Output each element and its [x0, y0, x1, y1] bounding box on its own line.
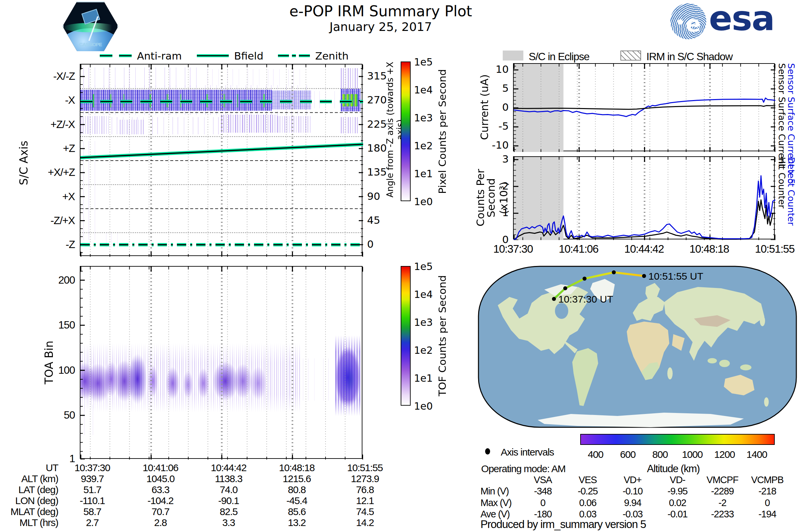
legend-antiram-label: Anti-ram	[137, 50, 182, 62]
alt-cbar-tick-5: 1400	[740, 450, 773, 459]
pixel-cbar-tick-2: 1e3	[414, 113, 433, 123]
ephemeris-cell: 51.7	[58, 485, 126, 495]
sc-band-label-2: +Z/-X	[32, 119, 75, 130]
sc-axis-spectrogram	[80, 64, 362, 256]
ephemeris-cell: 2.8	[126, 518, 194, 528]
voltage-cell: -348	[520, 486, 565, 496]
alt-cbar-title: Altitude (km)	[627, 463, 720, 475]
toa-ylabel: TOA Bin	[42, 329, 56, 396]
voltage-cell: -2289	[700, 486, 745, 496]
hudson-bay	[555, 303, 568, 319]
voltage-row-label: Max (V)	[480, 498, 520, 508]
ephemeris-cell: 58.7	[58, 507, 126, 517]
voltage-col-header: VD+	[610, 475, 655, 485]
toa-ytick-1: 150	[40, 320, 75, 330]
rt-xtick-1: 10:41:06	[545, 243, 612, 254]
world-map-svg: 10:37:30 UT 10:51:55 UT	[478, 264, 797, 430]
legend-shadow-swatch	[621, 51, 641, 60]
counts-ytick-2: 2	[484, 181, 509, 191]
ephemeris-cell: -45.4	[263, 496, 331, 506]
voltage-row-label: Min (V)	[480, 486, 520, 496]
cassiope-mission-patch: CASSIOPE	[62, 1, 118, 51]
ephemeris-cell: 74.0	[194, 485, 263, 495]
counts-right-label-blue: Detect Counter	[786, 157, 796, 226]
voltage-cell: -0.25	[565, 486, 610, 496]
rt-xtick-4: 10:51:55	[741, 243, 798, 254]
legend-eclipse-label: S/C in Eclipse	[529, 51, 589, 63]
pixel-cbar-title: Pixel Counts per Second	[436, 61, 448, 201]
current-right-label-black: Sensor Surface Current	[777, 63, 787, 168]
voltage-col-header: VES	[565, 475, 610, 485]
ephemeris-cell: 13.2	[263, 518, 331, 528]
ephemeris-row-label: LAT (deg)	[8, 485, 58, 495]
track-point-2	[583, 277, 587, 281]
sc-band-label-1: -X	[32, 95, 75, 106]
sc-right-tick-3: 180	[367, 143, 387, 153]
current-ytick-5: 5	[477, 83, 509, 93]
ephemeris-cell: 10:37:30	[58, 463, 126, 473]
track-point-1	[563, 286, 567, 290]
patch-aurora	[63, 23, 117, 32]
counts-plot-svg	[514, 157, 775, 240]
sc-band-label-4: +X/+Z	[32, 167, 75, 177]
counts-ytick-1: 1	[484, 208, 509, 218]
voltage-cell: 0.02	[655, 498, 700, 508]
legend-shadow-label: IRM in S/C Shadow	[646, 51, 733, 63]
continent-antarctica	[538, 413, 744, 427]
irm-summary-page: CASSIOPE e-POP IRM Summary Plot January …	[0, 0, 798, 532]
track-end-label: 10:51:55 UT	[648, 271, 703, 282]
ephemeris-cell: 63.3	[126, 485, 194, 495]
ephemeris-cell: 939.7	[58, 474, 126, 484]
island-sumatra	[707, 358, 717, 363]
voltage-cell: -9.95	[655, 486, 700, 496]
tof-cbar-tick-5: 1e0	[414, 401, 433, 411]
axis-intervals-dot-icon	[485, 448, 490, 455]
ephemeris-row-label: MLT (hrs)	[8, 518, 58, 528]
ephemeris-cell: 10:41:06	[126, 463, 194, 473]
legend-bfield-line-core	[197, 55, 229, 56]
legend-antiram-line-core	[100, 55, 132, 56]
sc-axis-overlay-svg	[80, 64, 363, 257]
island-japan	[760, 316, 765, 326]
sc-band-label-5: +X	[32, 191, 75, 202]
ephemeris-row-label: UT	[8, 463, 58, 473]
ephemeris-cell: 76.8	[331, 485, 399, 495]
pixel-cbar-tick-0: 1e5	[414, 57, 433, 67]
madagascar	[667, 367, 673, 379]
voltage-cell: -0.01	[655, 509, 700, 519]
ephemeris-cell: 1273.9	[331, 474, 399, 484]
counts-plot	[513, 156, 775, 240]
alt-cbar-tick-0: 400	[579, 450, 612, 459]
tof-colorbar	[401, 266, 411, 406]
produced-by-label: Produced by irm_summary version 5	[480, 518, 646, 531]
ephemeris-cell: 2.7	[58, 518, 126, 528]
pixel-cbar-tick-4: 1e1	[414, 169, 433, 179]
esa-globe-e: e	[686, 11, 701, 37]
toa-spectrogram	[80, 266, 362, 459]
current-ytick-10: 10	[477, 64, 509, 75]
sc-right-tick-5: 90	[367, 191, 380, 202]
voltage-corner	[480, 475, 520, 485]
ephemeris-cell: 1215.6	[263, 474, 331, 484]
sc-band-label-3: +Z	[32, 143, 75, 154]
voltage-table: VSA VES VD+ VD- VMCPF VCMPB Min (V) -348…	[480, 475, 790, 519]
ephemeris-cell: 14.2	[331, 518, 399, 528]
voltage-cell: -2233	[700, 509, 745, 519]
axis-intervals-label: Axis intervals	[501, 446, 554, 458]
legend-eclipse-swatch	[503, 51, 524, 60]
voltage-cell: 0.06	[565, 498, 610, 508]
current-plot-svg	[514, 64, 775, 152]
tof-cbar-title: TOF Counts per Second	[436, 266, 448, 406]
legend-zenith-line-core	[278, 55, 310, 56]
sc-right-tick-4: 135	[367, 167, 387, 177]
toa-grid-svg	[80, 267, 363, 459]
track-point-0	[552, 297, 556, 301]
ephemeris-cell: 10:48:18	[263, 463, 331, 473]
tof-cbar-tick-4: 1e1	[414, 374, 433, 383]
ephemeris-cell: 12.1	[331, 496, 399, 506]
ephemeris-row-label: LON (deg)	[8, 496, 58, 506]
ephemeris-cell: 1138.3	[194, 474, 263, 484]
ephemeris-cell: 10:44:42	[194, 463, 263, 473]
current-ytick-0: 0	[477, 102, 509, 112]
alt-cbar-tick-4: 1200	[708, 450, 741, 459]
